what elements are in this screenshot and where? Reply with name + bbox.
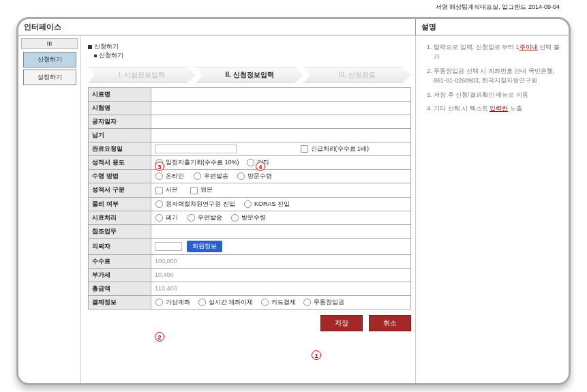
row-phys: 물리 여부 <box>89 197 151 211</box>
row-payment: 결제정보 <box>89 295 151 309</box>
row-sample-proc: 시료처리 <box>89 211 151 224</box>
desc-item-1: 달력으로 입력, 신청일로 부터 1주이내 선택 불가 <box>434 42 562 62</box>
sidebar-item-apply[interactable]: 신청하기 <box>23 52 76 67</box>
total-value: 110,400 <box>151 282 411 295</box>
pay-virtual[interactable] <box>155 299 163 306</box>
row-sample-name: 시료명 <box>89 88 151 102</box>
sp-mail[interactable] <box>187 214 194 222</box>
pay-realtime[interactable] <box>198 299 205 306</box>
type-orig[interactable] <box>190 186 197 194</box>
form-table: 시료명 시험명 공지일자 납기 완료요청일 긴급처리(수수료 1배) 성적서 용… <box>88 87 411 310</box>
main-panel: 신청하기 신청하기 I. 시험정보입력 II. 신청정보입력 III. 신청완료… <box>81 35 415 383</box>
pay-card[interactable] <box>261 299 269 306</box>
recv-visit[interactable] <box>237 172 245 180</box>
urgent-checkbox[interactable] <box>300 145 307 153</box>
row-fee: 수수료 <box>89 254 151 268</box>
top-meta: 서명 해상팀계석대표실, 업그랜드 2014-09-04 <box>0 0 587 13</box>
phys-b[interactable] <box>244 200 252 208</box>
use-rad-1[interactable] <box>155 159 163 166</box>
desc-item-2: 무통장입금 선택 시 계좌번호 안내 국민은행, 861-01-0260903,… <box>434 66 562 86</box>
top-meta-text: 서명 해상팀계석대표실, 업그랜드 2014-09-04 <box>436 3 560 12</box>
row-report-type: 성적서 구분 <box>89 183 151 197</box>
pay-deposit[interactable] <box>303 299 311 306</box>
req-date-input[interactable] <box>155 145 237 153</box>
square-icon <box>88 45 92 49</box>
fee-value: 100,000 <box>151 254 411 268</box>
row-req-date: 완료요청일 <box>89 142 151 156</box>
member-info-button[interactable]: 회원정보 <box>187 241 222 252</box>
vat-value: 10,400 <box>151 268 411 282</box>
header-desc: 설명 <box>415 19 569 35</box>
recv-mail[interactable] <box>193 172 200 180</box>
urgent-label: 긴급처리(수수료 1배) <box>311 145 370 152</box>
row-due: 납기 <box>89 129 151 142</box>
phys-a[interactable] <box>155 200 163 208</box>
step-bar: I. 시험정보입력 II. 신청정보입력 III. 신청완료 <box>88 67 411 83</box>
requester-input[interactable] <box>155 242 182 251</box>
sidebar-item-settings[interactable]: 설정하기 <box>23 70 76 85</box>
sp-discard[interactable] <box>155 214 163 222</box>
action-row: 저장 취소 <box>88 315 411 331</box>
body-row: III 신청하기 설정하기 신청하기 신청하기 I. 시험정보입력 II. 신청… <box>18 35 569 383</box>
callout-marker-2: 2 <box>155 332 164 342</box>
header-interface: 인터페이스 <box>18 19 415 35</box>
row-total: 총금액 <box>89 282 151 295</box>
window-frame: 인터페이스 설명 III 신청하기 설정하기 신청하기 신청하기 I. 시험정보… <box>16 17 571 385</box>
step-1[interactable]: I. 시험정보입력 <box>88 67 196 83</box>
sidebar: III 신청하기 설정하기 <box>18 35 81 383</box>
row-vat: 부가세 <box>89 268 151 282</box>
use-rad-2[interactable] <box>247 159 254 166</box>
type-copy[interactable] <box>155 186 163 194</box>
desc-item-4: 기타 선택 시 텍스트 입력란 노출 <box>434 104 562 113</box>
row-receive: 수령 방법 <box>89 170 151 183</box>
description-panel: 달력으로 입력, 신청일로 부터 1주이내 선택 불가 무통장입금 선택 시 계… <box>415 35 569 383</box>
recv-online[interactable] <box>155 172 163 180</box>
callout-marker-1: 1 <box>312 350 321 360</box>
sp-visit[interactable] <box>231 214 239 222</box>
crumb-2: 신청하기 <box>99 52 123 59</box>
row-notice-date: 공지일자 <box>89 115 151 129</box>
breadcrumb: 신청하기 신청하기 <box>88 42 411 60</box>
cancel-button[interactable]: 취소 <box>369 315 411 331</box>
row-report-use: 성적서 용도 <box>89 156 151 170</box>
step-2[interactable]: II. 신청정보입력 <box>196 67 303 83</box>
header-row: 인터페이스 설명 <box>18 19 569 35</box>
square-icon <box>94 55 97 57</box>
row-requester: 의뢰자 <box>89 238 151 254</box>
desc-item-3: 저장 후 신청/결과확인 메뉴로 이동 <box>434 90 562 100</box>
save-button[interactable]: 저장 <box>320 315 363 331</box>
step-3[interactable]: III. 신청완료 <box>303 67 411 83</box>
crumb-1: 신청하기 <box>94 43 119 50</box>
row-test-name: 시험명 <box>89 102 151 115</box>
sidebar-tab-3[interactable]: III <box>21 38 78 49</box>
row-ref: 참조업무 <box>89 224 151 238</box>
